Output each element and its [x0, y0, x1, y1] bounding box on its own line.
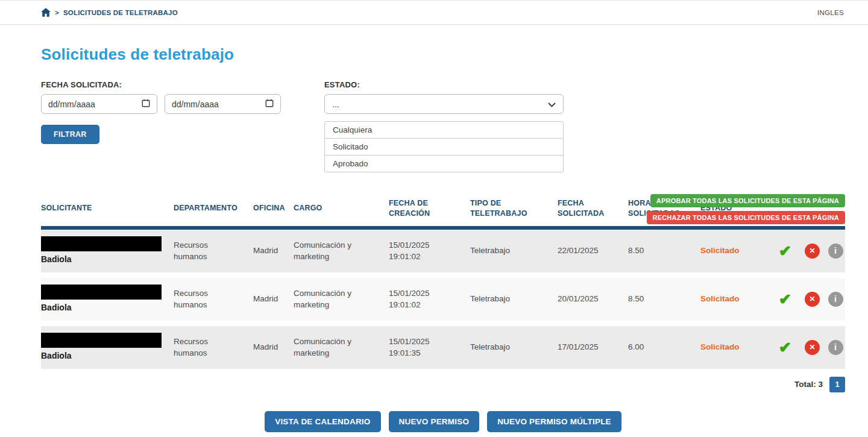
tipo-cell: Teletrabajo: [470, 245, 558, 257]
header-oficina: OFICINA: [253, 203, 294, 213]
approve-icon[interactable]: ✔: [779, 340, 791, 355]
language-toggle[interactable]: INGLES: [817, 9, 844, 16]
estado-cell: Solicitado: [700, 245, 772, 257]
cargo-cell: Comunicación y marketing: [294, 239, 389, 263]
date-range-row: dd/mm/aaaa dd/mm/aaaa: [41, 94, 324, 114]
reject-all-button[interactable]: RECHAZAR TODAS LAS SOLICITUDES DE ESTA P…: [647, 211, 845, 224]
solicitante-surname: Badiola: [41, 301, 157, 313]
header-tipo-teletrabajo: TIPO DE TELETRABAJO: [470, 198, 558, 219]
fecha-filter-group: FECHA SOLICITADA: dd/mm/aaaa dd/mm/aaaa: [41, 80, 324, 144]
estado-cell: Solicitado: [700, 341, 772, 353]
fecha-solicitada-cell: 20/01/2025: [558, 293, 628, 305]
header-departamento: DEPARTAMENTO: [174, 203, 253, 213]
estado-select[interactable]: ...: [324, 94, 564, 114]
redacted-name: [41, 285, 162, 300]
approve-all-button[interactable]: APROBAR TODAS LAS SOLICITUDES DE ESTA PÁ…: [650, 194, 845, 207]
departamento-cell: Recursos humanos: [174, 336, 253, 359]
main-content: Solicitudes de teletrabajo FECHA SOLICIT…: [0, 45, 868, 432]
estado-cell: Solicitado: [700, 293, 772, 305]
page-title: Solicitudes de teletrabajo: [41, 45, 845, 64]
header-cargo: CARGO: [294, 203, 389, 213]
estado-label: ESTADO:: [324, 80, 564, 89]
header-solicitante: SOLICITANTE: [41, 203, 174, 213]
header-fecha-creacion: FECHA DE CREACIÓN: [389, 198, 470, 219]
approve-icon[interactable]: ✔: [779, 244, 791, 259]
filter-button[interactable]: FILTRAR: [41, 125, 99, 144]
fecha-creacion-cell: 15/01/2025 19:01:02: [389, 288, 470, 311]
date-from-input[interactable]: dd/mm/aaaa: [41, 94, 157, 114]
solicitante-surname: Badiola: [41, 350, 157, 362]
fecha-creacion-cell: 15/01/2025 19:01:35: [389, 336, 470, 359]
reject-icon[interactable]: ✕: [805, 292, 820, 307]
solicitante-cell: Badiola: [41, 285, 174, 313]
estado-option-cualquiera[interactable]: Cualquiera: [324, 121, 564, 139]
date-to-placeholder: dd/mm/aaaa: [172, 99, 219, 109]
tipo-cell: Teletrabajo: [470, 293, 558, 305]
table-row: Badiola Recursos humanos Madrid Comunica…: [41, 326, 845, 369]
fecha-creacion-time: 19:01:35: [389, 347, 453, 359]
oficina-cell: Madrid: [253, 293, 294, 305]
header-fecha-solicitada: FECHA SOLICITADA: [558, 198, 628, 219]
calendar-view-button[interactable]: VISTA DE CALENDARIO: [265, 411, 380, 432]
fecha-creacion-cell: 15/01/2025 19:01:02: [389, 239, 470, 263]
reject-icon[interactable]: ✕: [805, 340, 820, 355]
estado-filter-group: ESTADO: ... Cualquiera Solicitado Aproba…: [324, 80, 564, 144]
estado-option-solicitado[interactable]: Solicitado: [324, 138, 564, 156]
fecha-solicitada-cell: 22/01/2025: [558, 245, 628, 257]
estado-option-aprobado[interactable]: Aprobado: [324, 155, 564, 172]
home-icon[interactable]: [41, 8, 51, 17]
page: > SOLICITUDES DE TELETRABAJO INGLES Soli…: [0, 0, 868, 437]
fecha-creacion-date: 15/01/2025: [389, 288, 453, 300]
calendar-icon[interactable]: [142, 99, 150, 109]
chevron-down-icon: [548, 99, 556, 109]
fecha-creacion-date: 15/01/2025: [389, 336, 453, 348]
filters: FECHA SOLICITADA: dd/mm/aaaa dd/mm/aaaa: [41, 80, 845, 144]
solicitante-cell: Badiola: [41, 333, 174, 362]
calendar-icon[interactable]: [265, 99, 274, 109]
info-icon[interactable]: i: [828, 244, 843, 259]
fecha-solicitada-cell: 17/01/2025: [558, 341, 628, 353]
reject-icon[interactable]: ✕: [805, 244, 820, 259]
table-row: Badiola Recursos humanos Madrid Comunica…: [41, 230, 845, 272]
breadcrumb-separator: >: [55, 9, 59, 16]
new-multiple-permit-button[interactable]: NUEVO PERMISO MÚLTIPLE: [487, 411, 621, 432]
tipo-cell: Teletrabajo: [470, 341, 558, 353]
date-to-input[interactable]: dd/mm/aaaa: [165, 94, 281, 114]
info-icon[interactable]: i: [828, 292, 843, 307]
oficina-cell: Madrid: [253, 341, 294, 353]
redacted-name: [41, 236, 162, 251]
bulk-actions: APROBAR TODAS LAS SOLICITUDES DE ESTA PÁ…: [647, 194, 845, 224]
estado-selected-value: ...: [332, 99, 339, 109]
cargo-cell: Comunicación y marketing: [294, 336, 389, 359]
cargo-cell: Comunicación y marketing: [294, 288, 389, 311]
horas-cell: 6.00: [628, 341, 700, 353]
total-count: Total: 3: [794, 380, 823, 389]
pagination: Total: 3 1: [41, 377, 845, 392]
info-icon[interactable]: i: [828, 340, 843, 355]
departamento-cell: Recursos humanos: [174, 239, 253, 263]
breadcrumb-current[interactable]: SOLICITUDES DE TELETRABAJO: [63, 9, 178, 16]
new-permit-button[interactable]: NUEVO PERMISO: [389, 411, 480, 432]
horas-cell: 8.50: [628, 293, 700, 305]
departamento-cell: Recursos humanos: [174, 288, 253, 311]
page-1-button[interactable]: 1: [829, 377, 845, 392]
solicitante-cell: Badiola: [41, 236, 174, 265]
solicitante-surname: Badiola: [41, 253, 157, 265]
oficina-cell: Madrid: [253, 245, 294, 257]
estado-dropdown: Cualquiera Solicitado Aprobado: [324, 122, 564, 172]
fecha-creacion-time: 19:01:02: [389, 251, 453, 263]
table-row: Badiola Recursos humanos Madrid Comunica…: [41, 278, 845, 321]
breadcrumb: > SOLICITUDES DE TELETRABAJO: [41, 8, 178, 17]
topbar: > SOLICITUDES DE TELETRABAJO INGLES: [0, 1, 868, 25]
footer-buttons: VISTA DE CALENDARIO NUEVO PERMISO NUEVO …: [41, 411, 845, 432]
date-from-placeholder: dd/mm/aaaa: [48, 99, 95, 109]
horas-cell: 8.50: [628, 245, 700, 257]
fecha-creacion-time: 19:01:02: [389, 299, 453, 311]
fecha-solicitada-label: FECHA SOLICITADA:: [41, 80, 324, 89]
approve-icon[interactable]: ✔: [779, 292, 791, 307]
fecha-creacion-date: 15/01/2025: [389, 239, 453, 251]
redacted-name: [41, 333, 162, 348]
